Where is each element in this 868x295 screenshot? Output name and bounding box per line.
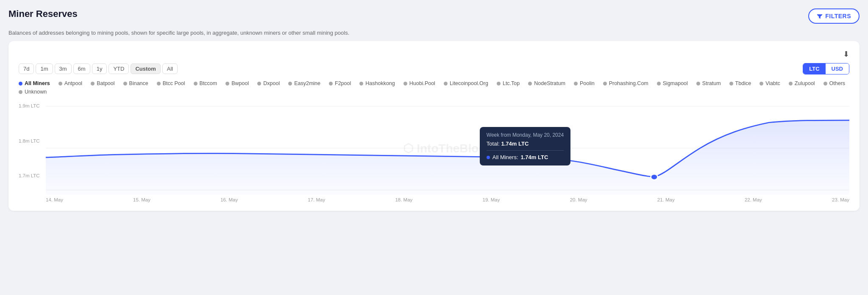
currency-button-ltc[interactable]: LTC <box>803 63 825 74</box>
x-label: 15. May <box>133 197 150 202</box>
filters-button[interactable]: FILTERS <box>808 8 860 24</box>
legend-label: Viabtc <box>765 80 780 86</box>
legend-dot <box>497 82 501 85</box>
legend-dot <box>603 82 607 85</box>
legend-item-antpool[interactable]: Antpool <box>58 80 82 86</box>
legend-item-sigmapool[interactable]: Sigmapool <box>657 80 688 86</box>
download-icon[interactable]: ⬇ <box>843 50 849 59</box>
time-button-7d[interactable]: 7d <box>19 63 34 74</box>
legend-label: Btcc Pool <box>163 80 185 86</box>
legend-item-poolin[interactable]: Poolin <box>574 80 595 86</box>
currency-toggle: LTCUSD <box>803 63 849 74</box>
legend-item-bwpool[interactable]: Bwpool <box>225 80 249 86</box>
time-button-3m[interactable]: 3m <box>55 63 72 74</box>
legend-label: Easy2mine <box>294 80 320 86</box>
x-label: 14. May <box>46 197 63 202</box>
legend-item-prohashing.com[interactable]: Prohashing.Com <box>603 80 648 86</box>
legend-item-btcc-pool[interactable]: Btcc Pool <box>157 80 185 86</box>
time-button-custom[interactable]: Custom <box>131 63 160 74</box>
x-label: 17. May <box>308 197 325 202</box>
x-label: 16. May <box>220 197 238 202</box>
legend-dot <box>403 82 407 85</box>
legend-label: Huobi.Pool <box>409 80 435 86</box>
legend-label: Unknown <box>25 89 47 95</box>
legend-label: Litecoinpool.Org <box>450 80 488 86</box>
legend-item-unknown[interactable]: Unknown <box>19 89 47 95</box>
legend-item-ltc.top[interactable]: Ltc.Top <box>497 80 520 86</box>
filter-icon <box>817 13 823 19</box>
chart-top-row: ⬇ <box>19 50 849 59</box>
legend-label: Poolin <box>580 80 595 86</box>
legend-label: Sigmapool <box>663 80 688 86</box>
legend-dot <box>574 82 578 85</box>
legend-item-dxpool[interactable]: Dxpool <box>257 80 280 86</box>
legend-item-hashokkong[interactable]: Hashokkong <box>359 80 395 86</box>
legend-dot <box>257 82 261 85</box>
legend-item-litecoinpool.org[interactable]: Litecoinpool.Org <box>444 80 488 86</box>
legend-item-f2pool[interactable]: F2pool <box>329 80 351 86</box>
legend-item-easy2mine[interactable]: Easy2mine <box>288 80 320 86</box>
legend-label: Prohashing.Com <box>609 80 648 86</box>
legend-dot <box>123 82 127 85</box>
legend-dot <box>359 82 363 85</box>
legend-dot <box>760 82 763 85</box>
legend-dot <box>157 82 161 85</box>
legend-dot <box>58 82 62 85</box>
legend-dot <box>729 82 733 85</box>
legend-dot <box>789 82 793 85</box>
chart-svg <box>46 102 849 195</box>
legend-label: Hashokkong <box>365 80 395 86</box>
time-controls: 7d1m3m6m1yYTDCustomAll LTCUSD <box>19 63 849 74</box>
time-button-6m[interactable]: 6m <box>73 63 90 74</box>
time-button-1y[interactable]: 1y <box>92 63 107 74</box>
legend-dot <box>225 82 229 85</box>
legend-dot <box>19 82 22 85</box>
legend-label: Bwpool <box>231 80 249 86</box>
legend-label: Binance <box>129 80 148 86</box>
legend-dot <box>194 82 198 85</box>
legend-item-viabtc[interactable]: Viabtc <box>760 80 780 86</box>
legend-item-stratum[interactable]: Stratum <box>696 80 721 86</box>
time-button-ytd[interactable]: YTD <box>108 63 129 74</box>
legend-dot <box>19 90 22 94</box>
legend-item-batpool[interactable]: Batpool <box>91 80 114 86</box>
legend-dot <box>823 82 827 85</box>
legend-dot <box>91 82 95 85</box>
time-button-1m[interactable]: 1m <box>36 63 53 74</box>
legend-label: All Miners <box>25 80 50 86</box>
svg-point-3 <box>651 174 657 180</box>
chart-card: ⬇ 7d1m3m6m1yYTDCustomAll LTCUSD All Mine… <box>8 41 860 211</box>
legend-label: Zulupool <box>795 80 815 86</box>
legend-item-zulupool[interactable]: Zulupool <box>789 80 815 86</box>
y-label: 1.8m LTC <box>19 138 40 143</box>
time-button-all[interactable]: All <box>162 63 178 74</box>
legend-dot <box>657 82 661 85</box>
legend-label: Stratum <box>702 80 721 86</box>
legend-label: Others <box>829 80 846 86</box>
x-label: 22. May <box>745 197 762 202</box>
legend-label: Batpool <box>97 80 114 86</box>
legend-item-tbdice[interactable]: Tbdice <box>729 80 751 86</box>
legend-dot <box>528 82 532 85</box>
legend-label: Ltc.Top <box>503 80 520 86</box>
page-container: Miner Reserves FILTERS Balances of addre… <box>8 8 860 211</box>
x-axis: 14. May15. May16. May17. May18. May19. M… <box>46 195 849 202</box>
legend: All MinersAntpoolBatpoolBinanceBtcc Pool… <box>19 80 849 95</box>
legend-item-btccom[interactable]: Btccom <box>194 80 217 86</box>
legend-item-all-miners[interactable]: All Miners <box>19 80 50 86</box>
chart-area: ⬡ IntoTheBlock <box>46 102 849 195</box>
x-label: 20. May <box>570 197 587 202</box>
page-title: Miner Reserves <box>8 8 78 19</box>
legend-dot <box>288 82 292 85</box>
currency-button-usd[interactable]: USD <box>826 63 849 74</box>
legend-item-binance[interactable]: Binance <box>123 80 148 86</box>
legend-label: Btccom <box>200 80 217 86</box>
legend-item-huobi.pool[interactable]: Huobi.Pool <box>403 80 435 86</box>
legend-item-nodestratum[interactable]: NodeStratum <box>528 80 565 86</box>
y-label: 1.7m LTC <box>19 173 40 178</box>
legend-item-others[interactable]: Others <box>823 80 846 86</box>
subtitle: Balances of addresses belonging to minin… <box>8 30 390 36</box>
legend-dot <box>329 82 333 85</box>
y-label: 1.9m LTC <box>19 103 40 108</box>
legend-label: NodeStratum <box>534 80 565 86</box>
